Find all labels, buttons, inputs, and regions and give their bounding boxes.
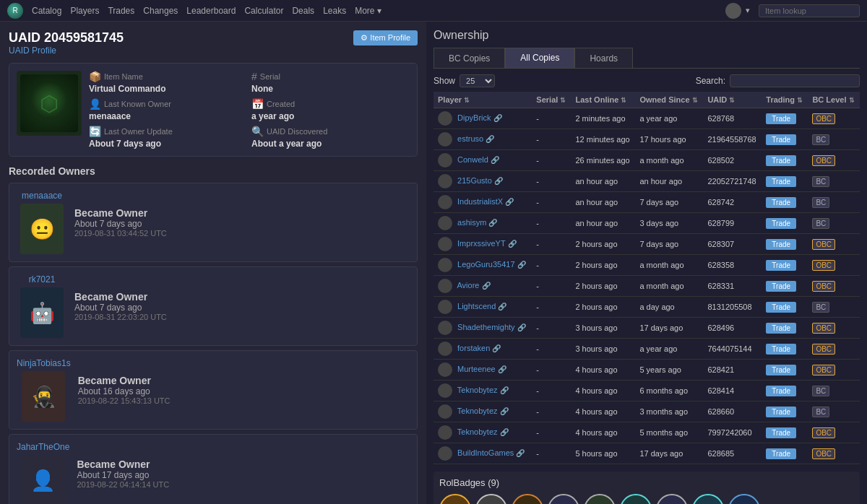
serial-cell: - — [532, 443, 571, 464]
serial-cell: - — [532, 150, 571, 171]
tab-hoards[interactable]: Hoards — [574, 48, 633, 68]
player-link-icon[interactable]: 🔗 — [517, 261, 526, 269]
nav-leaks[interactable]: Leaks — [323, 6, 346, 16]
player-name[interactable]: ashisym — [457, 218, 486, 227]
player-name[interactable]: DipyBrick — [457, 113, 491, 122]
player-link-icon[interactable]: 🔗 — [505, 198, 514, 206]
trade-button[interactable]: Trade — [766, 448, 796, 459]
player-link-icon[interactable]: 🔗 — [488, 219, 497, 227]
trade-button[interactable]: Trade — [766, 155, 796, 166]
player-name[interactable]: ImprxssiveYT — [457, 239, 505, 248]
player-name[interactable]: forstaken — [457, 344, 490, 352]
nav-catalog[interactable]: Catalog — [32, 6, 61, 16]
player-cell: forstaken 🔗 — [434, 339, 532, 360]
player-name[interactable]: LegoGuru35417 — [457, 260, 515, 269]
player-name[interactable]: Lightscend — [457, 302, 496, 310]
site-logo[interactable]: R — [7, 3, 23, 19]
table-header-cell[interactable]: Player ⇅ — [434, 92, 532, 108]
item-profile-button[interactable]: ⚙ Item Profile — [353, 30, 418, 45]
player-name[interactable]: Conweld — [457, 155, 488, 164]
player-link-icon[interactable]: 🔗 — [516, 449, 525, 457]
player-name[interactable]: Murteenee — [457, 365, 496, 373]
player-link-icon[interactable]: 🔗 — [498, 303, 506, 310]
show-select[interactable]: 25 50 100 — [460, 74, 495, 87]
bc-level-badge: OBC — [812, 155, 835, 166]
user-dropdown[interactable]: ▾ — [746, 6, 750, 15]
trading-cell: Trade — [762, 401, 808, 422]
item-name-block: 📦 Item Name Virtual Commando — [89, 71, 247, 94]
table-row: LegoGuru35417 🔗 - 2 hours ago a month ag… — [434, 255, 860, 276]
player-link-icon[interactable]: 🔗 — [486, 135, 494, 143]
player-name[interactable]: Teknobytez — [457, 386, 498, 394]
item-name-label: 📦 Item Name — [89, 71, 247, 82]
player-link-icon[interactable]: 🔗 — [500, 428, 509, 436]
last-online-cell: 4 hours ago — [571, 360, 635, 381]
trade-button[interactable]: Trade — [766, 386, 796, 396]
tab-all-copies[interactable]: All Copies — [505, 48, 574, 68]
trade-button[interactable]: Trade — [766, 427, 796, 438]
owned-since-cell: a day ago — [635, 297, 703, 318]
table-header-cell[interactable]: Owned Since ⇅ — [635, 92, 703, 108]
owner-name[interactable]: menaaace — [22, 191, 62, 201]
player-name[interactable]: IndustrialistX — [457, 197, 503, 206]
owner-name[interactable]: rk7021 — [29, 274, 56, 284]
table-header-cell[interactable]: Serial ⇅ — [532, 92, 571, 108]
nav-more[interactable]: More ▾ — [355, 6, 381, 16]
player-link-icon[interactable]: 🔗 — [500, 386, 509, 394]
bc-level-badge: BC — [812, 134, 829, 145]
player-name[interactable]: BuildIntoGames — [457, 448, 514, 457]
player-name[interactable]: Shadethemighty — [457, 323, 515, 331]
player-name[interactable]: 215Gusto — [457, 176, 492, 185]
player-link-icon[interactable]: 🔗 — [494, 177, 503, 185]
player-name[interactable]: Teknobytez — [457, 407, 498, 415]
player-name[interactable]: Teknobytez — [457, 427, 498, 436]
trade-button[interactable]: Trade — [766, 365, 796, 375]
nav-leaderboard[interactable]: Leaderboard — [186, 6, 236, 16]
player-name[interactable]: Aviore — [457, 281, 479, 290]
player-link-icon[interactable]: 🔗 — [508, 240, 517, 248]
owner-name[interactable]: NinjaTobias1s — [17, 358, 71, 368]
player-link-icon[interactable]: 🔗 — [492, 344, 501, 352]
player-avatar-small — [438, 446, 452, 461]
user-menu[interactable]: ▾ — [725, 3, 750, 19]
trade-button[interactable]: Trade — [766, 113, 796, 124]
player-link-icon[interactable]: 🔗 — [491, 156, 499, 164]
trade-button[interactable]: Trade — [766, 323, 796, 334]
trade-button[interactable]: Trade — [766, 281, 796, 292]
nav-calculator[interactable]: Calculator — [244, 6, 283, 16]
player-cell: IndustrialistX 🔗 — [434, 192, 532, 213]
trade-button[interactable]: Trade — [766, 239, 796, 250]
tab-bc-copies[interactable]: BC Copies — [434, 48, 505, 68]
table-header-cell[interactable]: UAID ⇅ — [703, 92, 762, 108]
trade-button[interactable]: Trade — [766, 344, 796, 355]
trade-button[interactable]: Trade — [766, 176, 796, 187]
nav-players[interactable]: Players — [70, 6, 99, 16]
player-name[interactable]: estruso — [457, 134, 483, 143]
trade-button[interactable]: Trade — [766, 407, 796, 417]
owner-name[interactable]: JaharTheOne — [17, 442, 69, 452]
player-link-icon[interactable]: 🔗 — [498, 365, 506, 373]
uaid-cell: 628358 — [703, 255, 762, 276]
trade-button[interactable]: Trade — [766, 260, 796, 271]
serial-cell: - — [532, 381, 571, 401]
uaid-profile-link[interactable]: UAID Profile — [9, 45, 124, 56]
update-icon: 🔄 — [89, 126, 101, 137]
ownership-search-input[interactable] — [730, 74, 860, 87]
table-header-cell[interactable]: Last Online ⇅ — [571, 92, 635, 108]
nav-changes[interactable]: Changes — [143, 6, 178, 16]
player-link-icon[interactable]: 🔗 — [500, 407, 509, 415]
trade-button[interactable]: Trade — [766, 134, 796, 145]
player-link-icon[interactable]: 🔗 — [493, 114, 502, 122]
trade-button[interactable]: Trade — [766, 218, 796, 229]
nav-deals[interactable]: Deals — [292, 6, 314, 16]
trade-button[interactable]: Trade — [766, 197, 796, 208]
item-lookup-input[interactable] — [759, 4, 860, 17]
nav-trades[interactable]: Trades — [108, 6, 134, 16]
trade-button[interactable]: Trade — [766, 302, 796, 313]
player-link-icon[interactable]: 🔗 — [482, 282, 491, 290]
bc-level-cell: BC — [808, 381, 860, 401]
player-link-icon[interactable]: 🔗 — [517, 323, 526, 331]
table-header-cell[interactable]: Trading ⇅ — [762, 92, 808, 108]
table-header-cell[interactable]: BC Level ⇅ — [808, 92, 860, 108]
player-cell: 215Gusto 🔗 — [434, 171, 532, 192]
